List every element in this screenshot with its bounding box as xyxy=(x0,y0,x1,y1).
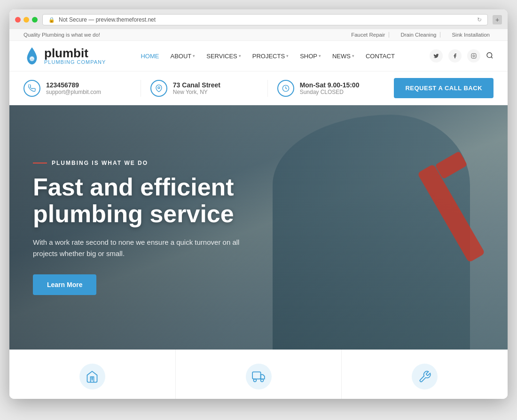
phone-text: 123456789 support@plumbit.com xyxy=(46,81,101,95)
top-bar: Quality Plumbing is what we do! Faucet R… xyxy=(9,29,508,41)
card-leak[interactable] xyxy=(9,350,176,399)
cards-preview xyxy=(9,350,508,399)
svg-line-4 xyxy=(491,57,493,58)
nav-home[interactable]: HOME xyxy=(136,49,164,63)
card-emergency[interactable] xyxy=(176,350,342,399)
browser-chrome: 🔒 Not Secure — preview.themeforest.net ↻… xyxy=(9,9,508,29)
nav-contact[interactable]: CONTACT xyxy=(361,49,400,63)
top-bar-tagline: Quality Plumbing is what we do! xyxy=(24,32,100,38)
hours-weekdays: Mon-Sat 9.00-15:00 xyxy=(300,81,360,89)
clock-icon xyxy=(277,80,294,97)
service-sink[interactable]: Sink Installation xyxy=(448,32,494,38)
hero-eyebrow: PLUMBING IS WHAT WE DO xyxy=(33,160,291,166)
hero-eyebrow-text: PLUMBING IS WHAT WE DO xyxy=(52,160,148,166)
logo-name: plumbit xyxy=(44,47,106,59)
maximize-button[interactable] xyxy=(32,17,38,23)
svg-rect-1 xyxy=(471,54,476,58)
hero-section: PLUMBING IS WHAT WE DO Fast and efficien… xyxy=(9,105,508,350)
svg-point-10 xyxy=(261,379,264,381)
info-bar: 123456789 support@plumbit.com 73 Canal S… xyxy=(9,71,508,105)
hours-text: Mon-Sat 9.00-15:00 Sunday CLOSED xyxy=(300,81,360,95)
phone-email: support@plumbit.com xyxy=(46,89,101,95)
hours-weekend: Sunday CLOSED xyxy=(300,89,360,95)
lock-icon: 🔒 xyxy=(48,17,55,23)
hero-title: Fast and efficient plumbing service xyxy=(33,174,291,227)
hero-learn-more-button[interactable]: Learn More xyxy=(33,274,96,295)
minimize-button[interactable] xyxy=(24,17,29,23)
nav-news[interactable]: NEWS ▾ xyxy=(328,49,359,63)
logo-text: plumbit Plumbing Company xyxy=(44,47,106,65)
nav-projects[interactable]: PROJECTS ▾ xyxy=(248,49,293,63)
logo[interactable]: plumbit Plumbing Company xyxy=(24,47,106,65)
phone-info: 123456789 support@plumbit.com xyxy=(24,80,141,97)
search-icon[interactable] xyxy=(486,52,494,61)
svg-point-5 xyxy=(158,86,160,88)
nav-shop[interactable]: SHOP ▾ xyxy=(295,49,326,63)
card-emergency-icon xyxy=(246,364,272,389)
address-bar[interactable]: 🔒 Not Secure — preview.themeforest.net ↻ xyxy=(42,14,488,25)
address-city: New York, NY xyxy=(173,89,220,95)
svg-marker-8 xyxy=(261,374,265,379)
hero-content: PLUMBING IS WHAT WE DO Fast and efficien… xyxy=(33,160,291,295)
card-repair-icon xyxy=(412,364,438,389)
phone-icon xyxy=(24,80,40,97)
nav-about[interactable]: ABOUT ▾ xyxy=(165,49,200,63)
browser-dots xyxy=(15,17,38,23)
svg-point-0 xyxy=(30,56,34,61)
main-nav: HOME ABOUT ▾ SERVICES ▾ PROJECTS ▾ SHOP … xyxy=(136,49,399,63)
refresh-icon[interactable]: ↻ xyxy=(477,16,482,23)
url-text: Not Secure — preview.themeforest.net xyxy=(59,16,156,23)
service-drain[interactable]: Drain Cleaning xyxy=(397,32,440,38)
logo-subtitle: Plumbing Company xyxy=(44,59,106,65)
card-repair[interactable] xyxy=(342,350,508,399)
svg-point-3 xyxy=(487,53,492,58)
top-bar-services: Faucet Repair Drain Cleaning Sink Instal… xyxy=(347,32,494,38)
new-tab-button[interactable]: + xyxy=(493,15,502,24)
location-icon xyxy=(150,80,167,97)
svg-rect-7 xyxy=(252,372,261,379)
instagram-icon[interactable] xyxy=(467,49,480,62)
address-street: 73 Canal Street xyxy=(173,81,220,89)
twitter-icon[interactable] xyxy=(430,49,443,62)
svg-point-9 xyxy=(254,379,257,381)
logo-icon xyxy=(24,47,40,65)
address-text: 73 Canal Street New York, NY xyxy=(173,81,220,95)
close-button[interactable] xyxy=(15,17,21,23)
browser-window: 🔒 Not Secure — preview.themeforest.net ↻… xyxy=(9,9,508,399)
hero-description: With a work rate second to none we ensur… xyxy=(33,237,258,259)
eyebrow-line xyxy=(33,163,47,163)
nav-social xyxy=(430,49,494,62)
hours-info: Mon-Sat 9.00-15:00 Sunday CLOSED xyxy=(268,80,394,97)
service-faucet[interactable]: Faucet Repair xyxy=(347,32,389,38)
facebook-icon[interactable] xyxy=(448,49,462,62)
header: plumbit Plumbing Company HOME ABOUT ▾ SE… xyxy=(9,41,508,71)
address-info: 73 Canal Street New York, NY xyxy=(141,80,268,97)
nav-services[interactable]: SERVICES ▾ xyxy=(202,49,246,63)
phone-number: 123456789 xyxy=(46,81,101,89)
request-callback-button[interactable]: REQUEST A CALL BACK xyxy=(394,78,494,98)
card-leak-icon xyxy=(79,364,105,389)
